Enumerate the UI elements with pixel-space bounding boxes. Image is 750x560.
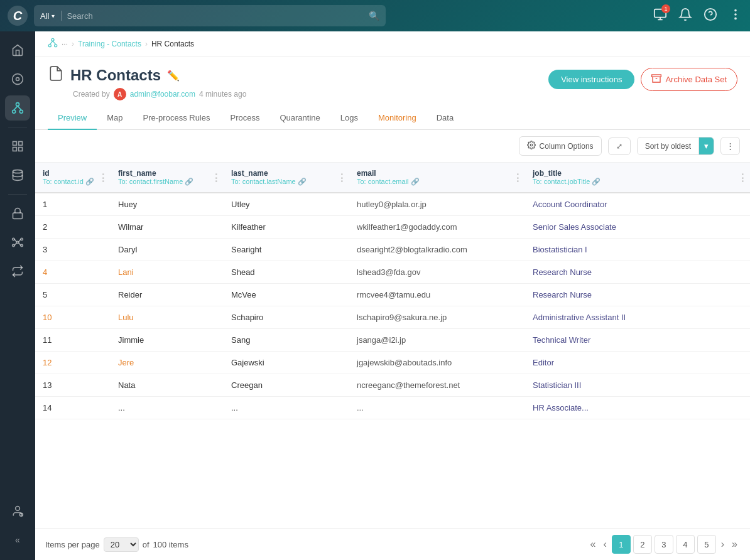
page-4-button[interactable]: 4 xyxy=(676,535,695,554)
tab-process[interactable]: Process xyxy=(220,107,269,130)
table-row: 3 Daryl Searight dsearight2@blogtalkradi… xyxy=(35,239,750,261)
last-name-value: McVee xyxy=(231,290,256,299)
cell-last-name: Utley xyxy=(224,193,349,216)
col-drag-lname[interactable]: ⋮ xyxy=(337,171,347,183)
id-value[interactable]: 4 xyxy=(43,267,47,277)
cell-job-title: Account Coordinator xyxy=(525,193,750,216)
cell-first-name: Lani xyxy=(111,261,224,284)
breadcrumb-dots[interactable]: ··· xyxy=(62,40,68,48)
table-row: 5 Reider McVee rmcvee4@tamu.edu Research… xyxy=(35,284,750,306)
avatar: A xyxy=(114,88,126,100)
sort-dropdown-button[interactable]: ▾ xyxy=(698,137,714,154)
col-jobtitle-link[interactable]: contact.jobTitle xyxy=(544,178,590,185)
svg-point-6 xyxy=(13,74,23,85)
sidebar-item-flow[interactable] xyxy=(5,259,30,284)
tab-map[interactable]: Map xyxy=(97,107,133,130)
table-row: 14 ... ... ... HR Associate... xyxy=(35,397,750,419)
monitor-icon[interactable]: 1 xyxy=(653,8,667,24)
col-drag-id[interactable]: ⋮ xyxy=(98,171,108,183)
help-icon[interactable] xyxy=(704,8,717,24)
id-value: 3 xyxy=(43,245,47,254)
sidebar-item-grid[interactable] xyxy=(5,134,30,159)
first-name-value[interactable]: Jere xyxy=(118,358,134,367)
page-5-button[interactable]: 5 xyxy=(697,535,716,554)
page-3-button[interactable]: 3 xyxy=(655,535,673,554)
sidebar-item-database[interactable] xyxy=(5,163,30,188)
tab-preprocess-rules[interactable]: Pre-process Rules xyxy=(133,107,220,130)
cell-email: lshead3@fda.gov xyxy=(349,261,525,284)
per-page-select[interactable]: 20 50 100 xyxy=(104,537,139,552)
view-instructions-button[interactable]: View instructions xyxy=(548,70,634,89)
svg-point-3 xyxy=(735,9,736,11)
table-toolbar: Column Options ⤢ Sort by oldest ▾ ⋮ xyxy=(35,130,750,163)
first-name-value[interactable]: Lulu xyxy=(118,313,134,322)
cell-email: ... xyxy=(349,397,525,419)
tab-monitoring[interactable]: Monitoring xyxy=(368,107,427,130)
id-value[interactable]: 12 xyxy=(43,358,52,367)
breadcrumb-parent-link[interactable]: Training - Contacts xyxy=(78,40,141,48)
page-2-button[interactable]: 2 xyxy=(633,535,652,554)
svg-point-22 xyxy=(13,244,14,246)
email-value: lshead3@fda.gov xyxy=(357,267,420,277)
first-name-value[interactable]: Lani xyxy=(118,267,134,277)
column-options-button[interactable]: Column Options xyxy=(519,136,602,156)
email-value: rmcvee4@tamu.edu xyxy=(357,290,430,299)
data-table: id To: contact.id 🔗 ⋮ first_name To: con… xyxy=(35,163,750,419)
edit-title-icon[interactable]: ✏️ xyxy=(167,70,180,82)
sidebar-item-home[interactable] xyxy=(5,38,30,63)
page-doc-icon xyxy=(48,65,64,85)
first-name-value: ... xyxy=(118,403,125,412)
cell-email: dsearight2@blogtalkradio.com xyxy=(349,239,525,261)
more-menu-icon[interactable] xyxy=(729,8,742,24)
tab-quarantine[interactable]: Quarantine xyxy=(269,107,330,130)
col-header-id: id To: contact.id 🔗 ⋮ xyxy=(35,163,111,193)
id-value[interactable]: 10 xyxy=(43,313,52,322)
sidebar-item-user-settings[interactable] xyxy=(5,498,30,524)
page-1-button[interactable]: 1 xyxy=(612,535,631,554)
tab-logs[interactable]: Logs xyxy=(330,107,368,130)
sort-button[interactable]: Sort by oldest xyxy=(638,138,698,154)
creator-email[interactable]: admin@foobar.com xyxy=(130,90,195,99)
sidebar-item-network[interactable] xyxy=(5,230,30,255)
sidebar-item-nodes[interactable] xyxy=(5,95,30,121)
col-drag-jobtitle[interactable]: ⋮ xyxy=(737,171,747,183)
svg-point-7 xyxy=(16,78,19,81)
bell-icon[interactable] xyxy=(678,8,692,24)
cell-id: 12 xyxy=(35,352,111,374)
job-title-value: Administrative Assistant II xyxy=(533,313,626,322)
search-input[interactable] xyxy=(67,11,369,21)
col-drag-email[interactable]: ⋮ xyxy=(513,171,523,183)
last-page-button[interactable]: » xyxy=(729,536,740,552)
items-per-page-label: Items per page xyxy=(45,540,100,549)
table-header-row: id To: contact.id 🔗 ⋮ first_name To: con… xyxy=(35,163,750,193)
search-type-dropdown[interactable]: All ▾ xyxy=(40,11,62,21)
col-email-link[interactable]: contact.email xyxy=(368,178,409,185)
tab-preview[interactable]: Preview xyxy=(48,107,97,130)
col-drag-fname[interactable]: ⋮ xyxy=(211,171,221,183)
sidebar-item-lock[interactable] xyxy=(5,201,30,226)
expand-button[interactable]: ⤢ xyxy=(608,137,631,155)
prev-page-button[interactable]: ‹ xyxy=(601,536,609,552)
first-name-value: Huey xyxy=(118,200,137,209)
col-header-last-name: last_name To: contact.lastName 🔗 ⋮ xyxy=(224,163,349,193)
cell-job-title: Biostatistician I xyxy=(525,239,750,261)
job-title-value: Senior Sales Associate xyxy=(533,222,616,232)
app-logo[interactable]: C xyxy=(8,6,28,26)
sidebar-item-dashboard[interactable] xyxy=(5,67,30,92)
next-page-button[interactable]: › xyxy=(719,536,727,552)
cell-job-title: Senior Sales Associate xyxy=(525,216,750,239)
tab-data[interactable]: Data xyxy=(427,107,464,130)
job-title-value: Statistician III xyxy=(533,380,581,390)
col-id-link[interactable]: contact.id xyxy=(54,178,84,185)
first-page-button[interactable]: « xyxy=(588,536,599,552)
more-options-button[interactable]: ⋮ xyxy=(720,137,740,155)
last-name-value: ... xyxy=(231,403,238,412)
col-header-email: email To: contact.email 🔗 ⋮ xyxy=(349,163,525,193)
cell-id: 11 xyxy=(35,329,111,352)
breadcrumb-sep-1: › xyxy=(72,40,74,48)
sidebar-collapse-btn[interactable]: « xyxy=(5,527,30,552)
table-row: 1 Huey Utley hutley0@plala.or.jp Account… xyxy=(35,193,750,216)
col-firstname-link[interactable]: contact.firstName xyxy=(129,178,183,185)
archive-dataset-button[interactable]: Archive Data Set xyxy=(641,68,737,91)
col-lastname-link[interactable]: contact.lastName xyxy=(242,178,296,185)
